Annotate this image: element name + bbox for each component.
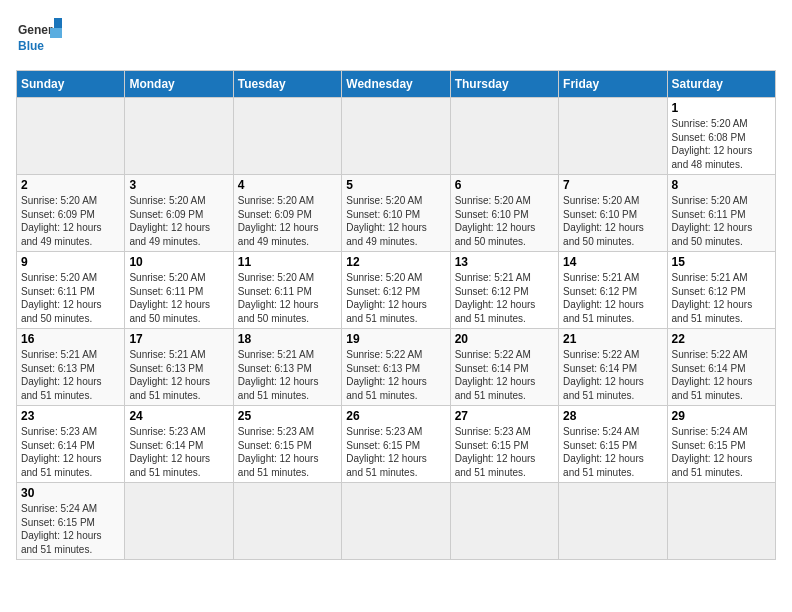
logo-svg: General Blue [16,16,66,60]
calendar-week-row: 9Sunrise: 5:20 AMSunset: 6:11 PMDaylight… [17,252,776,329]
calendar-cell: 5Sunrise: 5:20 AMSunset: 6:10 PMDaylight… [342,175,450,252]
day-number: 11 [238,255,337,269]
calendar-cell [233,483,341,560]
calendar-cell: 19Sunrise: 5:22 AMSunset: 6:13 PMDayligh… [342,329,450,406]
calendar-cell: 22Sunrise: 5:22 AMSunset: 6:14 PMDayligh… [667,329,775,406]
calendar-cell: 26Sunrise: 5:23 AMSunset: 6:15 PMDayligh… [342,406,450,483]
calendar-week-row: 1Sunrise: 5:20 AMSunset: 6:08 PMDaylight… [17,98,776,175]
day-number: 25 [238,409,337,423]
day-info: Sunrise: 5:20 AMSunset: 6:11 PMDaylight:… [672,194,771,248]
day-number: 5 [346,178,445,192]
day-number: 21 [563,332,662,346]
header-thursday: Thursday [450,71,558,98]
header-friday: Friday [559,71,667,98]
calendar-cell: 13Sunrise: 5:21 AMSunset: 6:12 PMDayligh… [450,252,558,329]
day-info: Sunrise: 5:20 AMSunset: 6:11 PMDaylight:… [129,271,228,325]
day-number: 1 [672,101,771,115]
calendar-cell [667,483,775,560]
day-number: 8 [672,178,771,192]
calendar-cell: 25Sunrise: 5:23 AMSunset: 6:15 PMDayligh… [233,406,341,483]
day-number: 17 [129,332,228,346]
calendar-cell: 23Sunrise: 5:23 AMSunset: 6:14 PMDayligh… [17,406,125,483]
day-info: Sunrise: 5:23 AMSunset: 6:14 PMDaylight:… [21,425,120,479]
day-info: Sunrise: 5:20 AMSunset: 6:10 PMDaylight:… [563,194,662,248]
day-info: Sunrise: 5:22 AMSunset: 6:13 PMDaylight:… [346,348,445,402]
day-info: Sunrise: 5:21 AMSunset: 6:12 PMDaylight:… [563,271,662,325]
day-info: Sunrise: 5:20 AMSunset: 6:09 PMDaylight:… [21,194,120,248]
calendar-header-row: SundayMondayTuesdayWednesdayThursdayFrid… [17,71,776,98]
header-monday: Monday [125,71,233,98]
calendar-week-row: 16Sunrise: 5:21 AMSunset: 6:13 PMDayligh… [17,329,776,406]
day-number: 26 [346,409,445,423]
day-info: Sunrise: 5:22 AMSunset: 6:14 PMDaylight:… [672,348,771,402]
day-info: Sunrise: 5:21 AMSunset: 6:12 PMDaylight:… [672,271,771,325]
svg-marker-3 [50,28,62,38]
calendar-cell: 21Sunrise: 5:22 AMSunset: 6:14 PMDayligh… [559,329,667,406]
day-info: Sunrise: 5:21 AMSunset: 6:13 PMDaylight:… [21,348,120,402]
day-info: Sunrise: 5:20 AMSunset: 6:12 PMDaylight:… [346,271,445,325]
calendar-cell: 29Sunrise: 5:24 AMSunset: 6:15 PMDayligh… [667,406,775,483]
day-info: Sunrise: 5:23 AMSunset: 6:15 PMDaylight:… [346,425,445,479]
day-number: 22 [672,332,771,346]
day-number: 18 [238,332,337,346]
day-info: Sunrise: 5:20 AMSunset: 6:09 PMDaylight:… [238,194,337,248]
day-info: Sunrise: 5:23 AMSunset: 6:15 PMDaylight:… [238,425,337,479]
calendar-cell [559,483,667,560]
day-number: 10 [129,255,228,269]
day-number: 27 [455,409,554,423]
day-number: 16 [21,332,120,346]
day-info: Sunrise: 5:22 AMSunset: 6:14 PMDaylight:… [455,348,554,402]
calendar-cell: 20Sunrise: 5:22 AMSunset: 6:14 PMDayligh… [450,329,558,406]
day-info: Sunrise: 5:20 AMSunset: 6:11 PMDaylight:… [238,271,337,325]
day-number: 7 [563,178,662,192]
calendar-cell: 7Sunrise: 5:20 AMSunset: 6:10 PMDaylight… [559,175,667,252]
day-info: Sunrise: 5:23 AMSunset: 6:15 PMDaylight:… [455,425,554,479]
calendar-cell: 1Sunrise: 5:20 AMSunset: 6:08 PMDaylight… [667,98,775,175]
calendar-cell: 24Sunrise: 5:23 AMSunset: 6:14 PMDayligh… [125,406,233,483]
day-number: 30 [21,486,120,500]
day-number: 20 [455,332,554,346]
header-saturday: Saturday [667,71,775,98]
calendar-cell: 10Sunrise: 5:20 AMSunset: 6:11 PMDayligh… [125,252,233,329]
day-number: 19 [346,332,445,346]
day-info: Sunrise: 5:21 AMSunset: 6:12 PMDaylight:… [455,271,554,325]
day-number: 23 [21,409,120,423]
calendar-week-row: 23Sunrise: 5:23 AMSunset: 6:14 PMDayligh… [17,406,776,483]
day-number: 13 [455,255,554,269]
day-number: 6 [455,178,554,192]
calendar-cell: 30Sunrise: 5:24 AMSunset: 6:15 PMDayligh… [17,483,125,560]
day-info: Sunrise: 5:20 AMSunset: 6:08 PMDaylight:… [672,117,771,171]
day-info: Sunrise: 5:20 AMSunset: 6:09 PMDaylight:… [129,194,228,248]
day-info: Sunrise: 5:24 AMSunset: 6:15 PMDaylight:… [672,425,771,479]
day-number: 12 [346,255,445,269]
header-tuesday: Tuesday [233,71,341,98]
svg-text:Blue: Blue [18,39,44,53]
day-info: Sunrise: 5:20 AMSunset: 6:10 PMDaylight:… [346,194,445,248]
calendar-cell [125,483,233,560]
calendar-cell [450,483,558,560]
calendar-cell: 8Sunrise: 5:20 AMSunset: 6:11 PMDaylight… [667,175,775,252]
day-number: 2 [21,178,120,192]
header-sunday: Sunday [17,71,125,98]
calendar-cell [342,98,450,175]
day-info: Sunrise: 5:20 AMSunset: 6:11 PMDaylight:… [21,271,120,325]
day-info: Sunrise: 5:20 AMSunset: 6:10 PMDaylight:… [455,194,554,248]
header: General Blue [16,16,776,60]
day-number: 15 [672,255,771,269]
calendar-cell [450,98,558,175]
calendar-week-row: 2Sunrise: 5:20 AMSunset: 6:09 PMDaylight… [17,175,776,252]
day-number: 14 [563,255,662,269]
calendar-cell: 12Sunrise: 5:20 AMSunset: 6:12 PMDayligh… [342,252,450,329]
day-info: Sunrise: 5:23 AMSunset: 6:14 PMDaylight:… [129,425,228,479]
day-number: 3 [129,178,228,192]
header-wednesday: Wednesday [342,71,450,98]
calendar-cell [17,98,125,175]
day-info: Sunrise: 5:21 AMSunset: 6:13 PMDaylight:… [129,348,228,402]
calendar-cell: 11Sunrise: 5:20 AMSunset: 6:11 PMDayligh… [233,252,341,329]
day-number: 9 [21,255,120,269]
calendar-cell: 3Sunrise: 5:20 AMSunset: 6:09 PMDaylight… [125,175,233,252]
day-info: Sunrise: 5:24 AMSunset: 6:15 PMDaylight:… [563,425,662,479]
calendar-cell: 4Sunrise: 5:20 AMSunset: 6:09 PMDaylight… [233,175,341,252]
day-number: 4 [238,178,337,192]
calendar-cell [125,98,233,175]
